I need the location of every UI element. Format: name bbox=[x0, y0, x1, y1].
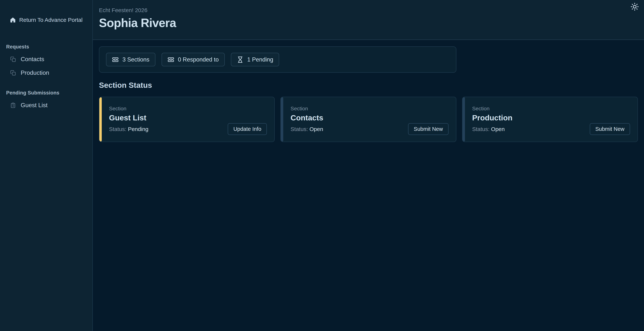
home-icon bbox=[10, 17, 16, 23]
sun-icon bbox=[630, 2, 639, 11]
update-info-button[interactable]: Update Info bbox=[228, 123, 267, 135]
ticket-icon bbox=[112, 56, 119, 63]
status-text: Status:Open bbox=[472, 126, 505, 132]
sidebar-item-production[interactable]: Production bbox=[0, 66, 92, 80]
clipboard-list-icon bbox=[10, 102, 16, 108]
sidebar-item-contacts[interactable]: Contacts bbox=[0, 52, 92, 66]
nav-section-pending-submissions: Pending Submissions Guest List bbox=[0, 90, 92, 112]
stats-bar: 3 Sections 0 Responded to bbox=[99, 46, 456, 73]
status-value: Open bbox=[491, 126, 504, 132]
copy-icon bbox=[10, 70, 16, 76]
card-footer: Status:Open Submit New bbox=[472, 123, 630, 135]
return-to-portal-label: Return To Advance Portal bbox=[19, 17, 82, 23]
ticket-icon bbox=[168, 56, 174, 63]
page-header: Echt Feesten! 2026 Sophia Rivera bbox=[93, 0, 644, 40]
card-accent-bar bbox=[462, 97, 465, 142]
section-status-cards: Section Guest List Status:Pending Update… bbox=[99, 97, 638, 142]
sidebar: Return To Advance Portal Requests Contac… bbox=[0, 0, 93, 331]
status-text: Status:Pending bbox=[109, 126, 148, 132]
return-to-portal-link[interactable]: Return To Advance Portal bbox=[10, 17, 82, 23]
breadcrumb: Echt Feesten! 2026 bbox=[99, 7, 638, 14]
sidebar-top: Return To Advance Portal bbox=[0, 0, 92, 40]
card-guest-list: Section Guest List Status:Pending Update… bbox=[99, 97, 275, 142]
card-title: Production bbox=[472, 114, 630, 122]
content-area: 3 Sections 0 Responded to bbox=[93, 40, 644, 331]
stat-pending[interactable]: 1 Pending bbox=[231, 53, 279, 66]
nav-section-label: Pending Submissions bbox=[0, 90, 92, 96]
stat-label: 3 Sections bbox=[122, 56, 150, 63]
card-title: Contacts bbox=[290, 114, 448, 122]
submit-new-button[interactable]: Submit New bbox=[408, 123, 448, 135]
status-value: Pending bbox=[128, 126, 148, 132]
card-footer: Status:Pending Update Info bbox=[109, 123, 267, 135]
card-kicker: Section bbox=[109, 106, 267, 112]
hourglass-icon bbox=[237, 56, 244, 63]
stat-label: 1 Pending bbox=[247, 56, 273, 63]
nav-section-label: Requests bbox=[0, 44, 92, 50]
status-label: Status: bbox=[290, 126, 308, 132]
nav-section-requests: Requests Contacts Production bbox=[0, 44, 92, 80]
theme-toggle-button[interactable] bbox=[630, 2, 639, 11]
sidebar-item-label: Guest List bbox=[21, 102, 48, 109]
sidebar-nav: Requests Contacts Production bbox=[0, 40, 92, 122]
page-title: Sophia Rivera bbox=[99, 16, 638, 30]
status-text: Status:Open bbox=[290, 126, 323, 132]
status-label: Status: bbox=[109, 126, 126, 132]
sidebar-item-label: Contacts bbox=[21, 56, 44, 62]
card-footer: Status:Open Submit New bbox=[290, 123, 448, 135]
card-kicker: Section bbox=[290, 106, 448, 112]
copy-icon bbox=[10, 56, 16, 62]
sidebar-item-guest-list[interactable]: Guest List bbox=[0, 98, 92, 112]
card-kicker: Section bbox=[472, 106, 630, 112]
sidebar-item-label: Production bbox=[21, 69, 49, 76]
status-label: Status: bbox=[472, 126, 490, 132]
submit-new-button[interactable]: Submit New bbox=[590, 123, 630, 135]
stat-label: 0 Responded to bbox=[178, 56, 219, 63]
main-column: Echt Feesten! 2026 Sophia Rivera bbox=[93, 0, 644, 331]
card-accent-bar bbox=[99, 97, 102, 142]
stat-sections[interactable]: 3 Sections bbox=[106, 53, 156, 66]
section-status-heading: Section Status bbox=[99, 81, 638, 90]
card-production: Section Production Status:Open Submit Ne… bbox=[462, 97, 638, 142]
status-value: Open bbox=[310, 126, 323, 132]
card-contacts: Section Contacts Status:Open Submit New bbox=[280, 97, 456, 142]
card-accent-bar bbox=[281, 97, 283, 142]
stat-responded[interactable]: 0 Responded to bbox=[162, 53, 225, 66]
card-title: Guest List bbox=[109, 114, 267, 122]
